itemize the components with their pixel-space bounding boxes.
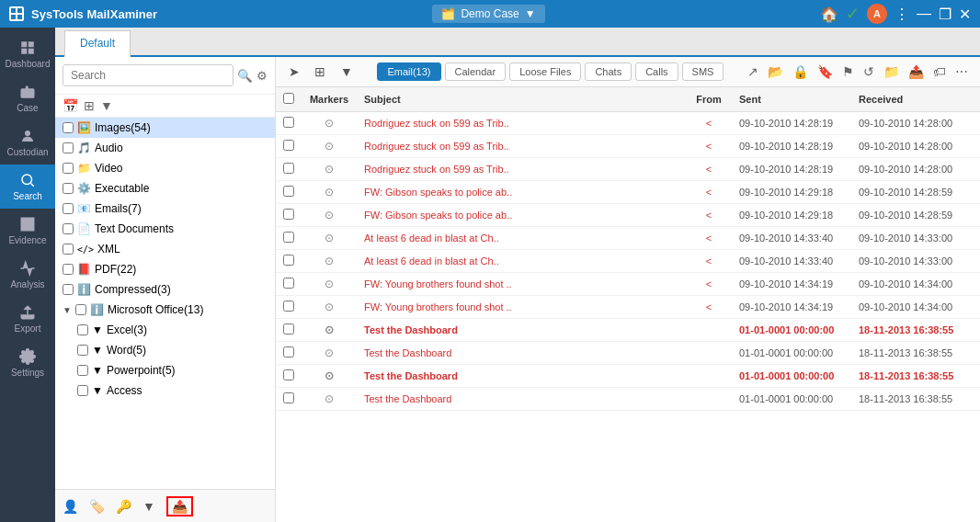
tab-calls[interactable]: Calls — [635, 62, 678, 81]
sidebar-item-settings[interactable]: Settings — [0, 341, 55, 385]
col-header-markers[interactable]: Markers — [302, 87, 357, 112]
row-subject-10[interactable]: Test the Dashboard — [357, 319, 686, 342]
sidebar-item-case[interactable]: Case — [0, 76, 55, 120]
row-checkbox-8[interactable] — [283, 278, 294, 289]
action-folder-icon[interactable]: 📂 — [765, 62, 786, 81]
row-subject-6[interactable]: At least 6 dead in blast at Ch.. — [357, 227, 686, 250]
menu-icon[interactable]: ⋮ — [895, 6, 909, 23]
action-export2-icon[interactable]: 📤 — [906, 62, 927, 81]
row-checkbox-5[interactable] — [283, 209, 294, 220]
tree-checkbox-textdocs[interactable] — [63, 223, 74, 234]
tree-expand-msoffice[interactable]: ▼ — [63, 305, 72, 315]
tree-item-xml[interactable]: </> XML — [55, 239, 275, 259]
action-tag2-icon[interactable]: 🏷 — [930, 62, 949, 81]
tree-item-images[interactable]: 🖼️ Images(54) — [55, 118, 275, 138]
sidebar-item-search[interactable]: Search — [0, 165, 55, 209]
row-subject-13[interactable]: Test the Dashboard — [357, 388, 686, 411]
bottom-filter-button[interactable]: ▼ — [142, 499, 155, 514]
action-lock-icon[interactable]: 🔒 — [790, 62, 811, 81]
sidebar-item-custodian[interactable]: Custodian — [0, 120, 55, 165]
subject-link-13[interactable]: Test the Dashboard — [364, 393, 451, 404]
tree-item-pdf[interactable]: 📕 PDF(22) — [55, 259, 275, 279]
subject-link-12[interactable]: Test the Dashboard — [364, 370, 458, 381]
subject-link-8[interactable]: FW: Young brothers found shot .. — [364, 278, 512, 289]
row-check-12[interactable] — [276, 365, 302, 388]
row-check-7[interactable] — [276, 250, 302, 273]
search-input[interactable] — [63, 64, 234, 86]
tree-item-word[interactable]: ▼ Word(5) — [55, 340, 275, 360]
row-check-8[interactable] — [276, 273, 302, 296]
action-flag-icon[interactable]: ⚑ — [839, 62, 857, 81]
avatar[interactable]: A — [867, 4, 887, 24]
tree-item-video[interactable]: 📁 Video — [55, 158, 275, 178]
action-more-icon[interactable]: ⋯ — [952, 62, 971, 81]
col-header-sent[interactable]: Sent — [732, 87, 851, 112]
action-bookmark-icon[interactable]: 🔖 — [815, 62, 836, 81]
tree-item-executable[interactable]: ⚙️ Executable — [55, 178, 275, 199]
search-settings-button[interactable]: ⚙ — [256, 69, 268, 83]
tree-item-audio[interactable]: 🎵 Audio — [55, 138, 275, 158]
tree-checkbox-word[interactable] — [77, 345, 88, 356]
tree-item-excel[interactable]: ▼ Excel(3) — [55, 320, 275, 340]
row-check-2[interactable] — [276, 135, 302, 158]
tree-checkbox-xml[interactable] — [63, 244, 74, 255]
tree-calendar-icon[interactable]: 📅 — [63, 98, 78, 113]
tree-checkbox-video[interactable] — [63, 163, 74, 174]
search-button[interactable]: 🔍 — [237, 69, 253, 83]
tab-loose-files[interactable]: Loose Files — [509, 62, 581, 81]
row-check-10[interactable] — [276, 319, 302, 342]
tab-sms[interactable]: SMS — [682, 62, 724, 81]
minimize-button[interactable]: — — [917, 6, 931, 22]
row-check-5[interactable] — [276, 204, 302, 227]
filter-funnel-icon[interactable]: ▼ — [336, 62, 357, 81]
row-subject-3[interactable]: Rodriguez stuck on 599 as Trib.. — [357, 158, 686, 181]
filter-tree-icon[interactable]: ⊞ — [311, 62, 329, 81]
tree-checkbox-audio[interactable] — [63, 142, 74, 153]
case-dropdown-icon[interactable]: ▼ — [525, 7, 536, 20]
row-checkbox-3[interactable] — [283, 163, 294, 174]
bottom-person-button[interactable]: 👤 — [63, 499, 78, 514]
tab-default[interactable]: Default — [64, 30, 131, 57]
bottom-export-button[interactable]: 📤 — [166, 496, 193, 516]
close-button[interactable]: ✕ — [959, 6, 971, 23]
bottom-tag-button[interactable]: 🏷️ — [89, 499, 105, 514]
row-subject-5[interactable]: FW: Gibson speaks to police ab.. — [357, 204, 686, 227]
row-checkbox-12[interactable] — [283, 369, 294, 380]
select-all-checkbox[interactable] — [283, 93, 294, 104]
row-subject-4[interactable]: FW: Gibson speaks to police ab.. — [357, 181, 686, 204]
row-subject-12[interactable]: Test the Dashboard — [357, 365, 686, 388]
row-check-11[interactable] — [276, 342, 302, 365]
sidebar-item-analysis[interactable]: Analysis — [0, 253, 55, 297]
tree-checkbox-images[interactable] — [63, 122, 74, 133]
bottom-key-button[interactable]: 🔑 — [116, 499, 131, 514]
row-subject-1[interactable]: Rodriguez stuck on 599 as Trib.. — [357, 112, 686, 135]
row-subject-2[interactable]: Rodriguez stuck on 599 as Trib.. — [357, 135, 686, 158]
row-checkbox-6[interactable] — [283, 232, 294, 243]
tree-checkbox-access[interactable] — [77, 385, 88, 396]
subject-link-10[interactable]: Test the Dashboard — [364, 324, 458, 335]
col-header-received[interactable]: Received — [851, 87, 980, 112]
action-refresh-icon[interactable]: ↺ — [860, 62, 877, 81]
row-check-6[interactable] — [276, 227, 302, 250]
filter-forward-icon[interactable]: ➤ — [285, 62, 303, 81]
row-checkbox-4[interactable] — [283, 186, 294, 197]
col-header-from[interactable]: From — [686, 87, 732, 112]
tree-item-access[interactable]: ▼ Access — [55, 380, 275, 401]
sidebar-item-export[interactable]: Export — [0, 297, 55, 341]
subject-link-9[interactable]: FW: Young brothers found shot .. — [364, 301, 512, 312]
tree-item-compressed[interactable]: ℹ️ Compressed(3) — [55, 279, 275, 300]
subject-link-5[interactable]: FW: Gibson speaks to police ab.. — [364, 210, 512, 221]
row-checkbox-2[interactable] — [283, 140, 294, 151]
tree-checkbox-excel[interactable] — [77, 324, 88, 335]
tree-item-textdocs[interactable]: 📄 Text Documents — [55, 219, 275, 239]
row-check-9[interactable] — [276, 296, 302, 319]
subject-link-2[interactable]: Rodriguez stuck on 599 as Trib.. — [364, 141, 509, 152]
row-checkbox-13[interactable] — [283, 392, 294, 403]
row-subject-8[interactable]: FW: Young brothers found shot .. — [357, 273, 686, 296]
tree-checkbox-pdf[interactable] — [63, 264, 74, 275]
subject-link-1[interactable]: Rodriguez stuck on 599 as Trib.. — [364, 118, 509, 129]
subject-link-11[interactable]: Test the Dashboard — [364, 347, 451, 358]
tree-checkbox-powerpoint[interactable] — [77, 365, 88, 376]
row-checkbox-11[interactable] — [283, 346, 294, 357]
action-open-folder-icon[interactable]: 📁 — [881, 62, 902, 81]
